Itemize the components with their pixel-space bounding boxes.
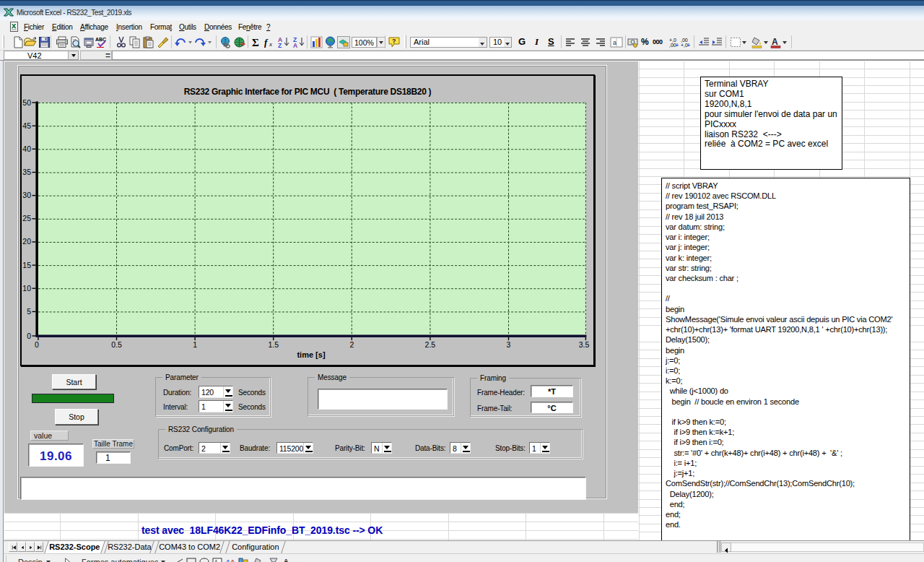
svg-text:1.5: 1.5 (268, 340, 279, 349)
svg-text:Σ: Σ (252, 37, 259, 48)
svg-text:A: A (225, 558, 230, 562)
svg-text:+,0: +,0 (681, 43, 688, 48)
svg-text:0: 0 (35, 340, 39, 349)
svg-text:A: A (214, 559, 218, 562)
svg-text:3: 3 (507, 340, 511, 349)
svg-text:0: 0 (27, 332, 31, 340)
svg-text:A: A (293, 42, 297, 48)
svg-text:20: 20 (22, 237, 31, 246)
svg-text:45: 45 (22, 121, 31, 130)
svg-text:2: 2 (349, 340, 354, 349)
svg-text:15: 15 (22, 261, 31, 269)
svg-text:30: 30 (22, 191, 31, 199)
svg-text:1: 1 (193, 340, 197, 349)
svg-text:A: A (284, 558, 289, 562)
svg-text:x: x (269, 40, 272, 48)
svg-text:a: a (613, 39, 616, 46)
svg-text:A: A (230, 558, 235, 562)
svg-text:3.5: 3.5 (579, 340, 590, 349)
svg-text:5: 5 (27, 307, 31, 316)
svg-text:10: 10 (22, 284, 31, 293)
svg-text:,00: ,00 (681, 38, 688, 43)
svg-text:Z: Z (278, 42, 282, 48)
svg-text:35: 35 (22, 168, 31, 176)
svg-text:50: 50 (22, 98, 31, 107)
svg-text:2.5: 2.5 (425, 340, 436, 349)
svg-text:f: f (264, 37, 269, 48)
svg-text:+,0: +,0 (669, 38, 676, 43)
svg-text:?: ? (392, 38, 396, 45)
svg-text:0.5: 0.5 (111, 340, 122, 349)
svg-text:A: A (772, 37, 778, 47)
svg-text:40: 40 (22, 144, 31, 153)
svg-text:25: 25 (22, 214, 31, 222)
svg-text:RS232 Graphic Interface for PI: RS232 Graphic Interface for PIC MCU ( Te… (184, 87, 432, 97)
svg-text:,00: ,00 (669, 43, 676, 48)
svg-text:time [s]: time [s] (297, 350, 325, 359)
